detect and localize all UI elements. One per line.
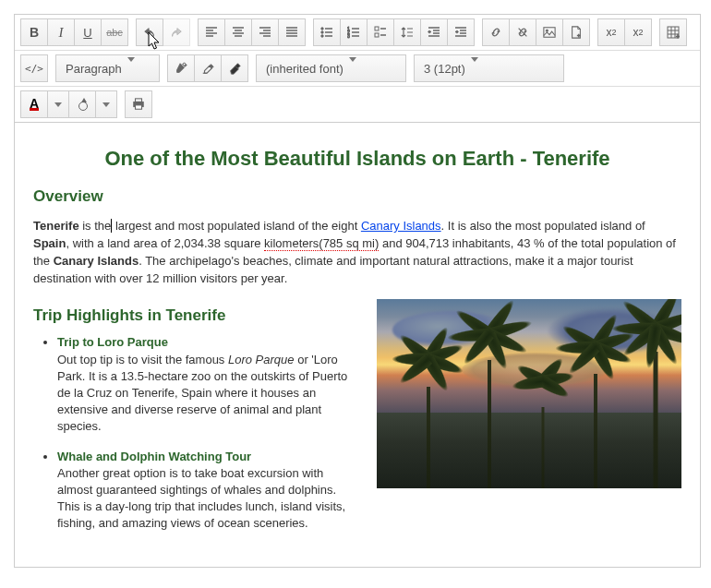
highlights-heading: Trip Highlights in Tenerife [33,306,360,325]
list-item: Trip to Loro Parque Out top tip is to vi… [57,334,360,435]
font-size-select[interactable]: 3 (12pt) [414,54,564,82]
align-left-button[interactable] [198,18,225,46]
drop-icon [77,98,88,111]
svg-rect-14 [136,99,142,102]
numbered-list-button[interactable]: 123 [341,18,368,46]
svg-text:+: + [577,31,581,38]
strikethrough-button[interactable]: abc [102,18,128,46]
toolbar-row-3: A [15,87,700,123]
clear-formatting-button[interactable] [222,54,248,82]
print-button[interactable] [125,90,152,118]
spellcheck-squiggle: kilometers(785 sq mi) [264,236,379,251]
list-item: Whale and Dolphin Watching Tour Another … [57,449,360,533]
document-title: One of the Most Beautiful Islands on Ear… [33,147,681,171]
svg-text:+: + [676,33,680,39]
fill-color-button[interactable] [69,90,96,118]
file-button[interactable]: + [563,18,590,46]
bold-button[interactable]: B [20,18,48,46]
font-family-select[interactable]: (inherited font) [256,54,406,82]
paragraph-style-select[interactable]: Paragraph [55,54,160,82]
svg-point-2 [321,35,323,37]
svg-point-1 [321,31,323,33]
svg-rect-7 [375,33,379,37]
outdent-button[interactable] [421,18,448,46]
overview-paragraph: Tenerife is the largest and most populat… [33,218,681,287]
format-painter-button[interactable] [167,54,195,82]
align-right-button[interactable] [252,18,279,46]
underline-button[interactable]: U [75,18,102,46]
bullet-list-button[interactable] [313,18,341,46]
svg-rect-6 [375,27,379,30]
highlight-button[interactable] [195,54,222,82]
italic-button[interactable]: I [48,18,75,46]
highlights-list: Trip to Loro Parque Out top tip is to vi… [33,334,360,532]
overview-heading: Overview [33,187,681,206]
link-button[interactable] [482,18,510,46]
svg-rect-8 [544,28,555,38]
undo-button[interactable] [136,18,163,46]
redo-button[interactable] [163,18,190,46]
indent-button[interactable] [448,18,475,46]
unlink-button[interactable] [510,18,536,46]
svg-text:3: 3 [347,33,350,39]
text-color-dropdown[interactable] [48,90,69,118]
task-list-button[interactable] [368,18,394,46]
subscript-button[interactable]: x2 [597,18,625,46]
superscript-button[interactable]: x2 [625,18,652,46]
svg-point-0 [321,28,323,30]
text-color-button[interactable]: A [20,90,48,118]
toolbar-row-2: </> Paragraph (inherited font) 3 (12pt) [15,51,700,87]
align-justify-button[interactable] [279,18,306,46]
tenerife-image[interactable] [377,299,681,488]
line-height-button[interactable] [394,18,421,46]
rich-text-editor: B I U abc 123 [14,14,701,568]
document-body[interactable]: One of the Most Beautiful Islands on Ear… [15,123,700,567]
code-view-button[interactable]: </> [20,54,48,82]
table-button[interactable]: + [659,18,687,46]
svg-point-9 [546,30,548,31]
image-button[interactable] [536,18,563,46]
toolbar-row-1: B I U abc 123 [15,15,700,51]
canary-islands-link[interactable]: Canary Islands [361,219,441,233]
svg-rect-16 [136,105,142,109]
align-center-button[interactable] [225,18,252,46]
svg-point-13 [183,63,186,66]
fill-color-dropdown[interactable] [96,90,117,118]
